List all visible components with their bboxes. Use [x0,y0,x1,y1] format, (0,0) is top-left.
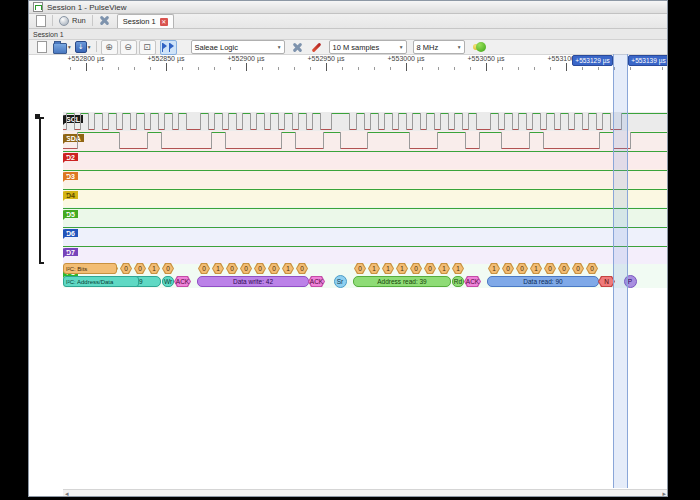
ruler-minor-tick [294,67,295,70]
ruler-minor-tick [214,67,215,70]
cursor-band[interactable] [613,54,628,488]
ruler-major-tick [326,63,327,71]
ruler-minor-tick [582,67,583,70]
tag-arrow-icon [63,134,68,144]
ruler-major-tick [486,63,487,71]
i2c-annotation-addr_read: Address read: 39 [353,276,451,287]
i2c-annotation-ack: ACK [174,276,191,287]
ruler-major-tick [86,63,87,71]
ruler-minor-tick [630,67,631,70]
pulseview-window: Session 1 - PulseView Run Session 1 ✕ Se… [28,0,668,497]
i2c-annotation-wr: Wr [162,276,174,287]
i2c-annotation-start_repeat: Sr [334,275,347,288]
tag-arrow-icon [63,172,68,182]
ruler-minor-tick [182,67,183,70]
tag-arrow-icon [63,229,68,239]
i2c-annotation-data_read: Data read: 90 [487,276,599,287]
ruler-minor-tick [598,67,599,70]
ruler-major-tick [406,63,407,71]
channel-band-D7 [63,245,668,264]
ruler-minor-tick [374,67,375,70]
ruler-label: +552900 µs [221,55,271,62]
ruler-major-tick [246,63,247,71]
ruler-minor-tick [534,67,535,70]
tag-arrow-icon [63,248,68,258]
tag-arrow-icon [63,153,68,163]
i2c-annotation-ack: ACK [308,276,325,287]
ruler-minor-tick [278,67,279,70]
ruler-minor-tick [518,67,519,70]
ruler-minor-tick [230,67,231,70]
horizontal-scrollbar[interactable]: ◂ ▸ [63,489,668,497]
channel-band-D3 [63,169,668,188]
ruler-minor-tick [262,67,263,70]
ruler-minor-tick [358,67,359,70]
channel-band-D5 [63,207,668,226]
cursor-flag-left[interactable]: +553129 µs [572,55,613,66]
trace-group-bracket[interactable] [39,117,44,264]
ruler-major-tick [166,63,167,71]
channel-band-SDA [63,131,668,150]
tag-arrow-icon [63,191,68,201]
tag-arrow-icon [63,210,68,220]
ruler-minor-tick [118,67,119,70]
trace-group-handle[interactable] [35,114,40,119]
ruler-minor-tick [102,67,103,70]
scroll-right-icon[interactable]: ▸ [662,490,666,497]
ruler-minor-tick [70,67,71,70]
ruler-minor-tick [502,67,503,70]
decoder-row-label-addr-data: I²C: Address/Data [63,276,139,287]
ruler-minor-tick [390,67,391,70]
cursor-flag-right[interactable]: +553139 µs [628,55,668,66]
ruler-minor-tick [550,67,551,70]
channel-band-D2 [63,150,668,169]
ruler-label: +553050 µs [461,55,511,62]
ruler-label: +553000 µs [381,55,431,62]
i2c-annotation-ack: ACK [464,276,481,287]
ruler-minor-tick [470,67,471,70]
ruler-label: +552800 µs [61,55,111,62]
ruler-minor-tick [662,67,663,70]
ruler-minor-tick [342,67,343,70]
ruler-minor-tick [422,67,423,70]
scroll-left-icon[interactable]: ◂ [65,490,69,497]
ruler-minor-tick [310,67,311,70]
channel-band-SCL [63,112,668,131]
ruler-label: +552850 µs [141,55,191,62]
channel-band-D6 [63,226,668,245]
ruler-label: +552950 µs [301,55,351,62]
channel-band-D4 [63,188,668,207]
trace-view: +552800 µs+552850 µs+552900 µs+552950 µs… [29,1,668,497]
decoder-row-label-bits: I²C: Bits [63,263,117,274]
tag-arrow-icon [63,115,68,125]
ruler-minor-tick [198,67,199,70]
i2c-annotation-data_write: Data write: 42 [197,276,309,287]
ruler-minor-tick [454,67,455,70]
i2c-annotation-rd: Rd [452,276,464,287]
ruler-minor-tick [134,67,135,70]
ruler-minor-tick [150,67,151,70]
ruler-major-tick [566,63,567,71]
ruler-minor-tick [438,67,439,70]
